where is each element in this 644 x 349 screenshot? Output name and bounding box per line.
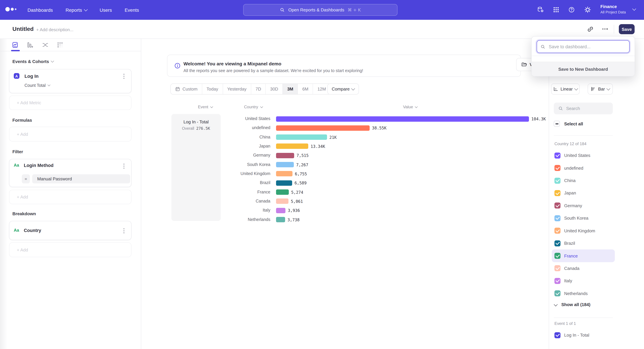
- metric-card[interactable]: A Log In Count Total: [9, 69, 132, 93]
- range-30d[interactable]: 30D: [266, 84, 282, 94]
- more-actions-button[interactable]: [602, 28, 608, 29]
- range-label: Yesterday: [227, 86, 246, 91]
- filter-checkbox[interactable]: [554, 178, 560, 184]
- metric-aggregation-selector[interactable]: Count Total: [24, 83, 50, 88]
- range-today[interactable]: Today: [202, 84, 222, 94]
- bar-china[interactable]: [276, 134, 327, 140]
- global-search-button[interactable]: Open Reports & Dashboards ⌘ + K: [243, 4, 398, 16]
- metric-event-name[interactable]: Log In: [24, 73, 38, 79]
- bar-japan[interactable]: [276, 144, 308, 149]
- folder-icon: [521, 62, 527, 67]
- search-icon: [558, 106, 563, 111]
- bar-netherlands[interactable]: [276, 217, 285, 222]
- filter-checkbox[interactable]: [554, 253, 560, 259]
- segment-search-field[interactable]: Search: [554, 103, 613, 114]
- range-label: Today: [206, 86, 218, 91]
- filter-checkbox[interactable]: [554, 278, 560, 284]
- filter-checkbox[interactable]: [554, 240, 560, 246]
- tab-insights-icon[interactable]: [12, 41, 18, 48]
- chart-type-selector[interactable]: Bar: [588, 83, 613, 94]
- bar-row-france: France5,274: [0, 188, 537, 197]
- nav-item-events[interactable]: Events: [124, 7, 139, 12]
- filter-checkbox[interactable]: [554, 215, 560, 221]
- mixpanel-logo-icon[interactable]: [5, 7, 16, 11]
- filter-checkbox[interactable]: [554, 152, 560, 158]
- range-custom[interactable]: Custom: [171, 84, 202, 94]
- range-yesterday[interactable]: Yesterday: [222, 84, 251, 94]
- scale-selector[interactable]: Linear: [551, 83, 580, 94]
- save-dashboard-search-input[interactable]: [548, 44, 626, 49]
- filter-item-united-kingdom[interactable]: United Kingdom: [552, 224, 615, 237]
- copy-link-icon[interactable]: [587, 26, 594, 32]
- add-description-button[interactable]: + Add description...: [36, 27, 74, 32]
- metric-menu-button[interactable]: [124, 74, 124, 79]
- apps-grid-icon[interactable]: [553, 6, 560, 13]
- filter-checkbox[interactable]: [554, 228, 560, 234]
- report-title[interactable]: Untitled: [12, 26, 34, 32]
- top-nav: DashboardsReportsUsersEvents Open Report…: [0, 0, 644, 20]
- nav-item-reports[interactable]: Reports: [66, 7, 87, 12]
- event-filter-row[interactable]: Log In - Total: [552, 329, 615, 341]
- data-management-icon[interactable]: [537, 6, 544, 13]
- property-type-icon: Aa: [14, 228, 19, 233]
- column-header-country[interactable]: Country: [235, 105, 272, 109]
- bar-south-korea[interactable]: [276, 162, 294, 167]
- save-dashboard-search-field[interactable]: [537, 40, 630, 53]
- bar-brazil[interactable]: [276, 180, 292, 186]
- bar-undefined[interactable]: [276, 125, 370, 131]
- events-cohorts-header[interactable]: Events & Cohorts: [12, 59, 54, 64]
- bar-canada[interactable]: [276, 199, 288, 204]
- range-6m[interactable]: 6M: [298, 84, 313, 94]
- filter-item-label: Japan: [564, 191, 576, 196]
- tab-funnels-icon[interactable]: [26, 41, 33, 48]
- nav-item-dashboards[interactable]: Dashboards: [28, 7, 53, 12]
- column-header-event[interactable]: Event: [187, 105, 224, 109]
- bar-chart-icon: [591, 86, 596, 91]
- nav-item-label: Reports: [66, 7, 82, 12]
- filter-item-canada[interactable]: Canada: [552, 262, 615, 275]
- range-3m[interactable]: 3M: [282, 84, 298, 94]
- range-7d[interactable]: 7D: [251, 84, 266, 94]
- filter-item-italy[interactable]: Italy: [552, 275, 615, 287]
- select-all-row[interactable]: Select all: [554, 121, 583, 127]
- filter-checkbox[interactable]: [554, 265, 560, 271]
- column-header-value[interactable]: Value: [392, 105, 429, 109]
- filter-item-united-states[interactable]: United States: [552, 149, 615, 162]
- filter-checkbox[interactable]: [554, 165, 560, 171]
- bar-value-label: 6,755: [295, 172, 307, 176]
- filter-checkbox[interactable]: [554, 190, 560, 196]
- save-button[interactable]: Save: [619, 24, 634, 34]
- event-checkbox[interactable]: [554, 332, 560, 338]
- bar-value-label: 104.3K: [531, 117, 546, 121]
- filter-item-japan[interactable]: Japan: [552, 187, 615, 199]
- show-all-button[interactable]: Show all (184): [553, 302, 590, 307]
- project-selector[interactable]: Finance All Project Data: [600, 4, 626, 14]
- filter-item-china[interactable]: China: [552, 174, 615, 187]
- filter-item-south-korea[interactable]: South Korea: [552, 212, 615, 224]
- tab-flows-icon[interactable]: [42, 41, 49, 48]
- filter-item-brazil[interactable]: Brazil: [552, 237, 615, 250]
- select-all-checkbox[interactable]: [554, 121, 560, 127]
- save-to-new-dashboard-button[interactable]: Save to New Dashboard: [532, 62, 634, 76]
- bar-italy[interactable]: [276, 208, 286, 213]
- bar-france[interactable]: [276, 189, 289, 195]
- nav-item-users[interactable]: Users: [100, 7, 112, 12]
- bar-united-kingdom[interactable]: [276, 171, 292, 177]
- add-metric-button[interactable]: + Add Metric: [9, 95, 132, 110]
- add-breakdown-button[interactable]: + Add: [9, 242, 132, 257]
- filter-item-netherlands[interactable]: Netherlands: [552, 287, 615, 300]
- compare-button[interactable]: Compare: [327, 83, 359, 94]
- settings-gear-icon[interactable]: [584, 6, 591, 13]
- help-icon[interactable]: [568, 6, 575, 13]
- filter-checkbox[interactable]: [554, 291, 560, 297]
- bar-germany[interactable]: [276, 153, 294, 158]
- filter-checkbox[interactable]: [554, 203, 560, 209]
- filter-item-undefined[interactable]: undefined: [552, 162, 615, 174]
- filter-item-germany[interactable]: Germany: [552, 199, 615, 212]
- show-all-label: Show all (184): [561, 302, 590, 307]
- breakdown-property-name[interactable]: Country: [24, 228, 41, 233]
- filter-item-france[interactable]: France: [552, 250, 615, 262]
- tab-retention-icon[interactable]: [57, 41, 64, 48]
- bar-united-states[interactable]: [276, 116, 529, 121]
- breakdown-menu-button[interactable]: [124, 228, 124, 233]
